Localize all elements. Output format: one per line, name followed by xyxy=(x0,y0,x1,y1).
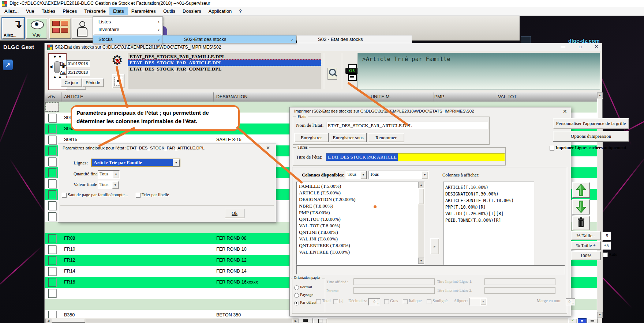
scroll-right-icon[interactable]: ▶ xyxy=(293,319,299,323)
colonnes-disponibles-list[interactable]: FAMILLE (T.5.00%)ARTICLE (T.5.00%)DESIGN… xyxy=(296,182,424,265)
taille-plus-button[interactable]: % Taille + xyxy=(571,241,601,250)
parametres-gear-button[interactable]: ⚙ ✕ xyxy=(111,55,125,69)
display-column-item[interactable]: PMP(T.10.00%)[R] xyxy=(443,204,534,210)
stock-shelves-button[interactable] xyxy=(49,18,71,39)
menu-item-inventaire[interactable]: Inventaire› xyxy=(93,26,162,33)
spinner-down-icon[interactable]: ▼ xyxy=(376,302,380,305)
taskbar-mini-window[interactable] xyxy=(521,36,531,43)
dpl-list-item[interactable]: ETAT_DES_STOCKS_PAR_FAMILLE.DPL xyxy=(128,53,321,60)
paysage-radio[interactable] xyxy=(294,293,299,298)
au-field[interactable]: 31/12/2018 xyxy=(66,69,90,76)
print-preview-button[interactable] xyxy=(326,65,340,83)
minimize-icon[interactable]: — xyxy=(559,44,568,50)
display-column-item[interactable]: DESIGNATION(T.30.00%) xyxy=(443,191,534,197)
maximize-icon[interactable]: □ xyxy=(576,44,585,50)
layout-tool-button[interactable] xyxy=(112,74,124,88)
table-hscrollbar[interactable] xyxy=(51,319,292,323)
imprimer-lignes-checkbox[interactable] xyxy=(550,146,554,151)
s02-titlebar[interactable]: S02-Etat des stocks sur C:\DLGC\01\EXEMP… xyxy=(45,43,601,52)
scroll-up-icon[interactable]: ▲ xyxy=(418,182,424,188)
row-checkbox[interactable] xyxy=(48,256,56,265)
chevron-down-icon[interactable]: ▼ xyxy=(173,159,180,167)
menu-application[interactable]: Application xyxy=(205,7,236,15)
selected-column-field[interactable] xyxy=(296,265,565,274)
quantite-combobox[interactable]: Tous ▼ xyxy=(98,170,120,179)
gras-checkbox[interactable] xyxy=(384,299,389,304)
dpl-listbox[interactable]: ETAT_DES_STOCKS_PAR_FAMILLE.DPLETAT_DES_… xyxy=(128,53,321,90)
filtre1-combobox[interactable]: Tous ▼ xyxy=(346,171,367,179)
available-column-item[interactable]: NBRE (T.8.00%) xyxy=(297,203,418,209)
colonnes-afficher-list[interactable]: ARTICLE(T.10.00%)DESIGNATION(T.30.00%)AR… xyxy=(443,182,534,265)
spinner-up-icon[interactable]: ▲ xyxy=(571,299,575,301)
ok-button[interactable]: Ok xyxy=(225,209,244,218)
row-checkbox[interactable] xyxy=(48,245,56,254)
filtre2-combobox[interactable]: Tous ▼ xyxy=(368,171,428,179)
display-column-item[interactable]: ARTICLE->UNITE M.(T.10.00%) xyxy=(443,197,534,204)
personnaliser-button[interactable]: Personnaliser l'apparence de la grille xyxy=(553,118,629,129)
desktop-launcher-icon[interactable]: ↗ xyxy=(3,60,13,70)
saut-checkbox[interactable] xyxy=(62,193,67,198)
move-down-button[interactable] xyxy=(572,199,590,214)
person-button[interactable] xyxy=(72,18,93,39)
display-column-item[interactable]: POID.TONNE(T.8.00%)[R] xyxy=(443,217,534,224)
chevron-down-icon[interactable]: ▼ xyxy=(480,298,486,305)
row-checkbox[interactable] xyxy=(48,190,56,199)
move-up-button[interactable] xyxy=(572,182,590,198)
table-header[interactable]: >0< ARTICLE DESIGNATION UNITE M. PMP VAL… xyxy=(45,92,597,102)
moins-checkbox[interactable] xyxy=(333,299,338,304)
periode-button[interactable]: Période xyxy=(82,78,104,87)
menu-[interactable]: ? xyxy=(235,7,245,15)
params-field[interactable] xyxy=(353,287,435,294)
submenu-s02[interactable]: S02-Etat des stocks › xyxy=(162,35,296,43)
taille-moins-button[interactable]: % Taille - xyxy=(571,231,601,240)
close-icon[interactable]: ✕ xyxy=(592,44,601,50)
bottom-blue-button[interactable] xyxy=(578,318,587,323)
available-column-item[interactable]: VAL.INI (T.8.00%) xyxy=(297,236,418,242)
options-impression-button[interactable]: Options d'impression xyxy=(553,131,629,142)
vscroll-thumb[interactable] xyxy=(597,99,603,118)
transfer-column-button[interactable]: ▸ xyxy=(430,238,439,254)
bottom-print-button[interactable] xyxy=(299,318,312,323)
row-checkbox[interactable] xyxy=(48,212,56,221)
taille-plus-value[interactable]: +5 xyxy=(602,242,611,250)
scroll-up-icon[interactable]: ▲ xyxy=(597,92,603,98)
dpl-list-item[interactable]: ETAT_DES_STOCK_PAR_COMPTE.DPL xyxy=(128,66,321,72)
bottom-export-button[interactable] xyxy=(313,318,327,323)
aligner-combobox[interactable]: ▼ xyxy=(469,298,487,305)
scroll-down-icon[interactable]: ▼ xyxy=(418,258,424,264)
chevron-down-icon[interactable]: ▼ xyxy=(112,181,119,189)
auto-checkbox[interactable] xyxy=(603,252,608,257)
row-checkbox[interactable] xyxy=(48,168,56,177)
ligne1-field[interactable] xyxy=(484,278,555,285)
chevron-down-icon[interactable]: ▼ xyxy=(422,171,428,179)
taille-moins-value[interactable]: -5 xyxy=(602,232,611,240)
chevron-down-icon[interactable]: ▼ xyxy=(113,171,119,178)
menu-dossiers[interactable]: Dossiers xyxy=(179,7,205,15)
bottom-tool-button[interactable] xyxy=(587,318,598,323)
close-icon[interactable]: ✕ xyxy=(266,145,270,151)
pardefaut-radio[interactable] xyxy=(294,301,299,305)
available-column-item[interactable]: QNT.ENTREE (T.8.00%) xyxy=(297,242,418,249)
menu-tables[interactable]: Tables xyxy=(38,7,59,15)
menu-pices[interactable]: Pièces xyxy=(59,7,80,15)
chevron-down-icon[interactable]: ▼ xyxy=(360,171,367,179)
cejour-button[interactable]: Ce jour xyxy=(61,78,82,87)
scroll-down-icon[interactable]: ▼ xyxy=(597,312,603,318)
submenu-s02-tab[interactable]: S02 - Etat des stocks xyxy=(297,35,412,43)
row-selector-button[interactable] xyxy=(46,103,59,111)
available-column-item[interactable]: VAL.ENTREE (T.8.00%) xyxy=(297,249,418,255)
available-column-item[interactable]: DESIGNATION (T.20.00%) xyxy=(297,196,418,203)
available-column-item[interactable]: PMP (T.8.00%) xyxy=(297,209,418,216)
marge-spinner[interactable]: 0 ▲ ▼ xyxy=(566,298,575,305)
titre-affiche-field[interactable] xyxy=(353,278,435,285)
menu-allez[interactable]: Allez... xyxy=(1,7,22,15)
valeur-combobox[interactable]: Tous ▼ xyxy=(98,181,119,189)
allez-button[interactable]: ↴ Allez... xyxy=(2,18,24,39)
available-column-item[interactable]: QNT.TOT (T.8.00%) xyxy=(297,216,418,223)
du-field[interactable]: 01/01/2018 xyxy=(66,60,90,67)
ligne2-field[interactable] xyxy=(484,287,555,294)
display-column-item[interactable]: ARTICLE(T.10.00%) xyxy=(443,184,534,191)
lignes-combobox[interactable]: Article Trié par Famille ▼ xyxy=(91,159,180,167)
menu-etats[interactable]: Etats xyxy=(109,7,128,15)
decimales-spinner[interactable]: 0 ▲ ▼ xyxy=(368,298,380,305)
